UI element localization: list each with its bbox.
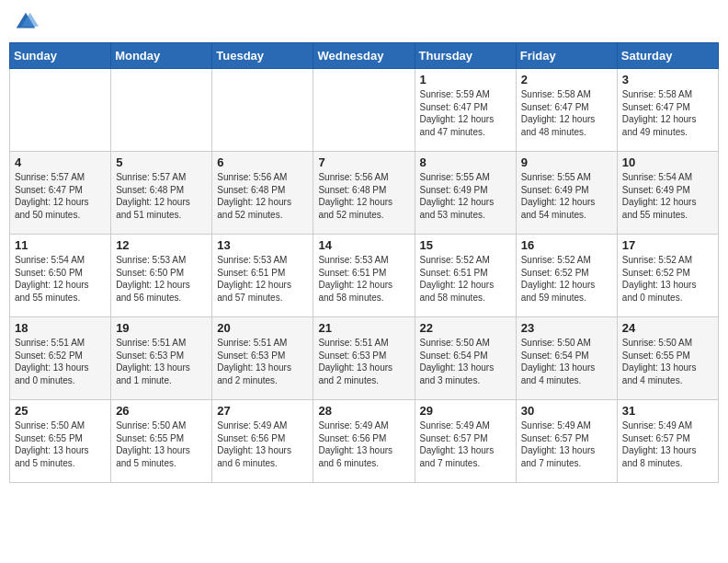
- calendar-cell: 20Sunrise: 5:51 AMSunset: 6:53 PMDayligh…: [212, 317, 313, 400]
- calendar-cell: 26Sunrise: 5:50 AMSunset: 6:55 PMDayligh…: [111, 400, 212, 483]
- calendar-cell: 22Sunrise: 5:50 AMSunset: 6:54 PMDayligh…: [415, 317, 516, 400]
- calendar-week-row: 4Sunrise: 5:57 AMSunset: 6:47 PMDaylight…: [10, 152, 719, 235]
- day-number: 19: [116, 321, 207, 335]
- calendar-table: SundayMondayTuesdayWednesdayThursdayFrid…: [9, 42, 719, 483]
- calendar-cell: 18Sunrise: 5:51 AMSunset: 6:52 PMDayligh…: [10, 317, 111, 400]
- calendar-cell: 23Sunrise: 5:50 AMSunset: 6:54 PMDayligh…: [516, 317, 617, 400]
- day-number: 6: [217, 155, 308, 169]
- calendar-cell: 28Sunrise: 5:49 AMSunset: 6:56 PMDayligh…: [313, 400, 415, 483]
- day-of-week-header: Wednesday: [313, 43, 415, 69]
- cell-daylight-info: Sunrise: 5:50 AMSunset: 6:55 PMDaylight:…: [15, 419, 106, 469]
- calendar-cell: 30Sunrise: 5:49 AMSunset: 6:57 PMDayligh…: [516, 400, 617, 483]
- calendar-cell: 15Sunrise: 5:52 AMSunset: 6:51 PMDayligh…: [415, 235, 516, 317]
- cell-daylight-info: Sunrise: 5:54 AMSunset: 6:50 PMDaylight:…: [15, 254, 106, 304]
- cell-daylight-info: Sunrise: 5:51 AMSunset: 6:53 PMDaylight:…: [116, 337, 207, 386]
- calendar-cell: 19Sunrise: 5:51 AMSunset: 6:53 PMDayligh…: [111, 317, 212, 400]
- calendar-cell: 12Sunrise: 5:53 AMSunset: 6:50 PMDayligh…: [111, 235, 212, 317]
- calendar-cell: 13Sunrise: 5:53 AMSunset: 6:51 PMDayligh…: [212, 235, 313, 317]
- calendar-cell: [313, 69, 415, 152]
- calendar-week-row: 11Sunrise: 5:54 AMSunset: 6:50 PMDayligh…: [10, 235, 719, 317]
- calendar-cell: 10Sunrise: 5:54 AMSunset: 6:49 PMDayligh…: [617, 152, 718, 235]
- cell-daylight-info: Sunrise: 5:51 AMSunset: 6:52 PMDaylight:…: [15, 337, 106, 386]
- cell-daylight-info: Sunrise: 5:50 AMSunset: 6:54 PMDaylight:…: [521, 337, 612, 386]
- day-of-week-header: Saturday: [617, 43, 718, 69]
- cell-daylight-info: Sunrise: 5:52 AMSunset: 6:52 PMDaylight:…: [622, 254, 713, 304]
- calendar-cell: 8Sunrise: 5:55 AMSunset: 6:49 PMDaylight…: [415, 152, 516, 235]
- cell-daylight-info: Sunrise: 5:58 AMSunset: 6:47 PMDaylight:…: [521, 88, 612, 138]
- day-number: 2: [521, 73, 612, 86]
- calendar-cell: 4Sunrise: 5:57 AMSunset: 6:47 PMDaylight…: [10, 152, 111, 235]
- day-number: 7: [318, 155, 409, 169]
- day-of-week-header: Tuesday: [212, 43, 313, 69]
- cell-daylight-info: Sunrise: 5:52 AMSunset: 6:51 PMDaylight:…: [420, 254, 511, 304]
- day-number: 4: [15, 155, 106, 169]
- day-number: 10: [622, 155, 713, 169]
- day-number: 21: [318, 321, 409, 335]
- calendar-cell: 16Sunrise: 5:52 AMSunset: 6:52 PMDayligh…: [516, 235, 617, 317]
- cell-daylight-info: Sunrise: 5:49 AMSunset: 6:57 PMDaylight:…: [521, 419, 612, 469]
- day-of-week-header: Friday: [516, 43, 617, 69]
- day-number: 27: [217, 404, 308, 418]
- day-number: 17: [622, 238, 713, 252]
- day-number: 12: [116, 238, 207, 252]
- cell-daylight-info: Sunrise: 5:53 AMSunset: 6:51 PMDaylight:…: [318, 254, 409, 304]
- calendar-week-row: 1Sunrise: 5:59 AMSunset: 6:47 PMDaylight…: [10, 69, 719, 152]
- calendar-cell: [111, 69, 212, 152]
- day-number: 5: [116, 155, 207, 169]
- day-number: 15: [420, 238, 511, 252]
- calendar-cell: 1Sunrise: 5:59 AMSunset: 6:47 PMDaylight…: [415, 69, 516, 152]
- cell-daylight-info: Sunrise: 5:50 AMSunset: 6:54 PMDaylight:…: [420, 337, 511, 386]
- day-number: 20: [217, 321, 308, 335]
- day-of-week-header: Sunday: [10, 43, 111, 69]
- cell-daylight-info: Sunrise: 5:57 AMSunset: 6:48 PMDaylight:…: [116, 171, 207, 221]
- logo: [13, 9, 40, 35]
- logo-icon: [13, 9, 39, 35]
- calendar-cell: 14Sunrise: 5:53 AMSunset: 6:51 PMDayligh…: [313, 235, 415, 317]
- cell-daylight-info: Sunrise: 5:54 AMSunset: 6:49 PMDaylight:…: [622, 171, 713, 221]
- calendar-header-row: SundayMondayTuesdayWednesdayThursdayFrid…: [10, 43, 719, 69]
- day-number: 14: [318, 238, 409, 252]
- calendar-cell: 7Sunrise: 5:56 AMSunset: 6:48 PMDaylight…: [313, 152, 415, 235]
- day-number: 31: [622, 404, 713, 418]
- day-number: 18: [15, 321, 106, 335]
- calendar-cell: 27Sunrise: 5:49 AMSunset: 6:56 PMDayligh…: [212, 400, 313, 483]
- cell-daylight-info: Sunrise: 5:53 AMSunset: 6:50 PMDaylight:…: [116, 254, 207, 304]
- day-number: 25: [15, 404, 106, 418]
- day-number: 22: [420, 321, 511, 335]
- calendar-week-row: 18Sunrise: 5:51 AMSunset: 6:52 PMDayligh…: [10, 317, 719, 400]
- day-of-week-header: Monday: [111, 43, 212, 69]
- calendar-cell: 25Sunrise: 5:50 AMSunset: 6:55 PMDayligh…: [10, 400, 111, 483]
- calendar-cell: 31Sunrise: 5:49 AMSunset: 6:57 PMDayligh…: [617, 400, 718, 483]
- cell-daylight-info: Sunrise: 5:57 AMSunset: 6:47 PMDaylight:…: [15, 171, 106, 221]
- cell-daylight-info: Sunrise: 5:58 AMSunset: 6:47 PMDaylight:…: [622, 88, 713, 138]
- day-number: 9: [521, 155, 612, 169]
- cell-daylight-info: Sunrise: 5:50 AMSunset: 6:55 PMDaylight:…: [116, 419, 207, 469]
- cell-daylight-info: Sunrise: 5:49 AMSunset: 6:56 PMDaylight:…: [318, 419, 409, 469]
- calendar-cell: 9Sunrise: 5:55 AMSunset: 6:49 PMDaylight…: [516, 152, 617, 235]
- cell-daylight-info: Sunrise: 5:55 AMSunset: 6:49 PMDaylight:…: [521, 171, 612, 221]
- calendar-cell: 11Sunrise: 5:54 AMSunset: 6:50 PMDayligh…: [10, 235, 111, 317]
- day-number: 11: [15, 238, 106, 252]
- calendar-cell: 24Sunrise: 5:50 AMSunset: 6:55 PMDayligh…: [617, 317, 718, 400]
- cell-daylight-info: Sunrise: 5:59 AMSunset: 6:47 PMDaylight:…: [420, 88, 511, 138]
- cell-daylight-info: Sunrise: 5:56 AMSunset: 6:48 PMDaylight:…: [318, 171, 409, 221]
- day-number: 30: [521, 404, 612, 418]
- cell-daylight-info: Sunrise: 5:49 AMSunset: 6:57 PMDaylight:…: [622, 419, 713, 469]
- day-number: 13: [217, 238, 308, 252]
- cell-daylight-info: Sunrise: 5:50 AMSunset: 6:55 PMDaylight:…: [622, 337, 713, 386]
- cell-daylight-info: Sunrise: 5:55 AMSunset: 6:49 PMDaylight:…: [420, 171, 511, 221]
- cell-daylight-info: Sunrise: 5:49 AMSunset: 6:57 PMDaylight:…: [420, 419, 511, 469]
- day-of-week-header: Thursday: [415, 43, 516, 69]
- calendar-cell: 5Sunrise: 5:57 AMSunset: 6:48 PMDaylight…: [111, 152, 212, 235]
- calendar-cell: 6Sunrise: 5:56 AMSunset: 6:48 PMDaylight…: [212, 152, 313, 235]
- calendar-cell: 2Sunrise: 5:58 AMSunset: 6:47 PMDaylight…: [516, 69, 617, 152]
- page-header: [9, 9, 719, 35]
- cell-daylight-info: Sunrise: 5:51 AMSunset: 6:53 PMDaylight:…: [217, 337, 308, 386]
- calendar-cell: 21Sunrise: 5:51 AMSunset: 6:53 PMDayligh…: [313, 317, 415, 400]
- calendar-cell: [10, 69, 111, 152]
- cell-daylight-info: Sunrise: 5:49 AMSunset: 6:56 PMDaylight:…: [217, 419, 308, 469]
- day-number: 29: [420, 404, 511, 418]
- day-number: 1: [420, 73, 511, 86]
- day-number: 16: [521, 238, 612, 252]
- calendar-week-row: 25Sunrise: 5:50 AMSunset: 6:55 PMDayligh…: [10, 400, 719, 483]
